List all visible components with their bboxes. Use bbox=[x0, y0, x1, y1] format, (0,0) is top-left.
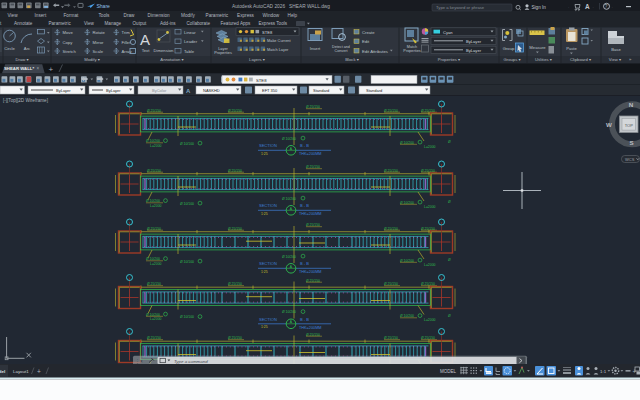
svg-text:+: + bbox=[49, 65, 54, 74]
svg-text:Modify: Modify bbox=[181, 13, 195, 18]
svg-text:Paste: Paste bbox=[566, 46, 577, 51]
svg-text:Draw: Draw bbox=[124, 13, 136, 18]
svg-text:Sign In: Sign In bbox=[532, 5, 547, 10]
svg-text:Annotate: Annotate bbox=[14, 21, 33, 26]
svg-text:Format: Format bbox=[64, 13, 80, 18]
svg-text:View: View bbox=[8, 13, 19, 18]
svg-text:Layout1: Layout1 bbox=[13, 369, 29, 374]
svg-text:Draw ▾: Draw ▾ bbox=[15, 57, 29, 62]
svg-text:Dimension: Dimension bbox=[154, 48, 174, 53]
svg-text:Match Layer: Match Layer bbox=[267, 47, 289, 52]
svg-text:Properties ▾: Properties ▾ bbox=[438, 57, 461, 62]
svg-text:Layers ▾: Layers ▾ bbox=[249, 57, 266, 62]
svg-text:Stretch: Stretch bbox=[63, 49, 77, 54]
svg-text:Featured Apps: Featured Apps bbox=[221, 21, 252, 26]
svg-text:Cyan: Cyan bbox=[443, 30, 453, 35]
svg-text:Dimension: Dimension bbox=[148, 13, 171, 18]
svg-text:[-][Top][2D Wireframe]: [-][Top][2D Wireframe] bbox=[3, 98, 48, 103]
svg-text:Base: Base bbox=[611, 47, 621, 52]
svg-text:N: N bbox=[629, 101, 634, 108]
svg-text:A: A bbox=[585, 3, 590, 10]
svg-text:STE8: STE8 bbox=[262, 30, 273, 35]
svg-text:Block ▾: Block ▾ bbox=[345, 57, 359, 62]
svg-text:Insert: Insert bbox=[35, 13, 47, 18]
svg-text:+: + bbox=[37, 368, 41, 375]
svg-text:Rotate: Rotate bbox=[93, 30, 106, 35]
svg-text:?: ? bbox=[605, 4, 608, 9]
svg-text:Collaborate: Collaborate bbox=[187, 21, 211, 26]
svg-text:Standard: Standard bbox=[313, 88, 329, 93]
svg-text:Utilities ▾: Utilities ▾ bbox=[535, 57, 553, 62]
svg-text:Edit: Edit bbox=[362, 39, 370, 44]
svg-text:ByLayer: ByLayer bbox=[466, 39, 482, 44]
svg-text:Annotation ▾: Annotation ▾ bbox=[160, 57, 184, 62]
svg-text:WCS: WCS bbox=[625, 157, 635, 162]
svg-text:ByLayer: ByLayer bbox=[106, 88, 121, 93]
svg-text:Add-ins: Add-ins bbox=[160, 21, 176, 26]
svg-text:S: S bbox=[629, 139, 633, 146]
svg-text:·: · bbox=[593, 5, 594, 10]
svg-text:·: · bbox=[568, 5, 569, 10]
svg-text:Convert: Convert bbox=[335, 49, 348, 53]
svg-text:ByLayer: ByLayer bbox=[466, 48, 482, 53]
svg-text:Leader: Leader bbox=[184, 39, 198, 44]
svg-text:Group: Group bbox=[503, 46, 515, 51]
svg-text:Circle: Circle bbox=[4, 46, 15, 51]
svg-text:Share: Share bbox=[97, 3, 111, 9]
svg-text:Help: Help bbox=[288, 13, 298, 18]
svg-text:Window: Window bbox=[263, 13, 280, 18]
svg-text:Scale: Scale bbox=[93, 49, 104, 54]
svg-text:Make Current: Make Current bbox=[267, 38, 291, 43]
svg-text:NASKHD: NASKHD bbox=[203, 88, 220, 93]
svg-text:STE8: STE8 bbox=[256, 78, 267, 83]
svg-text:Standard: Standard bbox=[366, 88, 382, 93]
svg-text:Type a keyword or phrase: Type a keyword or phrase bbox=[436, 5, 485, 10]
svg-text:Tools: Tools bbox=[99, 13, 111, 18]
svg-text:Autodesk AutoCAD 2026 SHEAR: Autodesk AutoCAD 2026 SHEAR WALL.dwg bbox=[232, 4, 330, 9]
svg-text:Express Tools: Express Tools bbox=[259, 21, 288, 26]
svg-text:View ▾: View ▾ bbox=[609, 57, 622, 62]
svg-text:SHEAR WALL*: SHEAR WALL* bbox=[4, 66, 34, 71]
svg-text:Fillet: Fillet bbox=[122, 40, 132, 45]
svg-text:W: W bbox=[606, 121, 612, 128]
svg-text:A: A bbox=[140, 31, 150, 48]
svg-text:ByColor: ByColor bbox=[152, 88, 167, 93]
svg-text:ByLayer: ByLayer bbox=[56, 88, 71, 93]
svg-text:Parametric: Parametric bbox=[49, 21, 72, 26]
svg-text:Measure: Measure bbox=[529, 45, 546, 50]
svg-text:Detect and: Detect and bbox=[332, 45, 350, 49]
svg-text:Copy: Copy bbox=[63, 40, 74, 45]
svg-text:View: View bbox=[84, 21, 95, 26]
svg-text:1:1: 1:1 bbox=[600, 369, 607, 374]
svg-text:Match: Match bbox=[407, 45, 417, 49]
svg-text:Express: Express bbox=[237, 13, 255, 18]
svg-text:Edit Attributes: Edit Attributes bbox=[362, 49, 388, 54]
svg-text:Insert: Insert bbox=[310, 46, 321, 51]
svg-text:Mirror: Mirror bbox=[93, 40, 105, 45]
svg-text:Clipboard ▾: Clipboard ▾ bbox=[570, 57, 592, 62]
svg-text:×: × bbox=[37, 66, 40, 71]
svg-text:Manage: Manage bbox=[105, 21, 122, 26]
svg-text:TOP: TOP bbox=[625, 123, 633, 128]
svg-text:Groups ▾: Groups ▾ bbox=[504, 57, 522, 62]
svg-text:Output: Output bbox=[133, 21, 148, 26]
svg-text:Type a command: Type a command bbox=[174, 359, 208, 364]
svg-text:Properties: Properties bbox=[214, 50, 232, 55]
svg-text:A: A bbox=[186, 88, 191, 94]
svg-text:Parametric: Parametric bbox=[206, 13, 229, 18]
svg-text:MODEL: MODEL bbox=[440, 369, 457, 374]
svg-text:Arc: Arc bbox=[24, 46, 30, 51]
svg-text:Model: Model bbox=[0, 369, 5, 374]
svg-text:Text: Text bbox=[142, 48, 151, 53]
svg-text:Modify ▾: Modify ▾ bbox=[84, 57, 100, 62]
svg-text:Table: Table bbox=[184, 49, 195, 54]
svg-text:EFT 350: EFT 350 bbox=[262, 88, 278, 93]
svg-text:Create: Create bbox=[362, 30, 375, 35]
svg-text:·: · bbox=[612, 5, 613, 10]
svg-text:Trim: Trim bbox=[122, 30, 131, 35]
svg-text:Linear: Linear bbox=[184, 30, 196, 35]
svg-text:Properties: Properties bbox=[403, 49, 420, 53]
svg-text:Move: Move bbox=[63, 30, 74, 35]
